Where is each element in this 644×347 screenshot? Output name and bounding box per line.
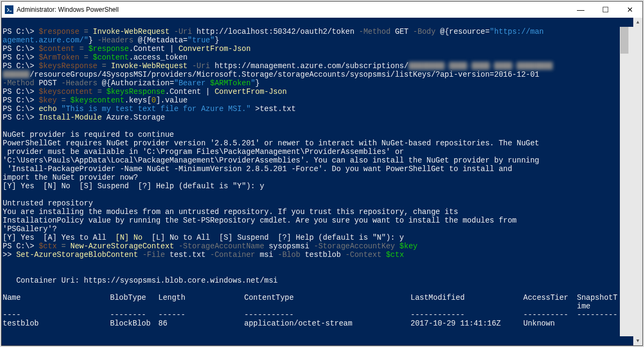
nuget-text: provider must be available in 'C:\Progra… bbox=[3, 147, 404, 156]
nuget-prompt: [Y] Yes [N] No [S] Suspend [?] Help (def… bbox=[3, 182, 264, 190]
untrust-text: 'PSGallery'? bbox=[3, 225, 57, 233]
terminal-line: PS C:\> $content = $response.Content | C… bbox=[3, 45, 251, 53]
terminal-line: PS C:\> $keyscontent = $keysResponse.Con… bbox=[3, 87, 287, 96]
terminal-line: >> Set-AzureStorageBlobContent -File tes… bbox=[3, 250, 404, 259]
nuget-header: NuGet provider is required to continue bbox=[3, 130, 174, 139]
scroll-track[interactable] bbox=[620, 27, 642, 336]
untrust-text: You are installing the modules from an u… bbox=[3, 208, 458, 216]
terminal-line: PS C:\> $key = $keyscontent.keys[0].valu… bbox=[3, 96, 188, 105]
untrust-header: Untrusted repository bbox=[3, 199, 93, 208]
maximize-button[interactable]: ☐ bbox=[593, 2, 618, 18]
terminal-line: PS C:\> $response = Invoke-WebRequest -U… bbox=[3, 27, 544, 36]
terminal-line bbox=[3, 122, 7, 130]
terminal-line bbox=[3, 268, 7, 276]
terminal-line bbox=[3, 328, 7, 336]
minimize-button[interactable]: — bbox=[568, 2, 593, 18]
table-divider: ----------------------------------------… bbox=[3, 311, 618, 319]
redacted-text: ██████ bbox=[3, 70, 30, 79]
terminal-line bbox=[3, 285, 7, 293]
scroll-up-button[interactable]: ▲ bbox=[633, 18, 642, 27]
window-title: Administrator: Windows PowerShell bbox=[17, 6, 568, 13]
table-row: testblobBlockBlob86application/octet-str… bbox=[3, 319, 577, 328]
terminal-line: ██████/resourceGroups/4SysopsMSI/provide… bbox=[3, 70, 539, 79]
terminal-line: PS C:\> echo "This is my test text file … bbox=[3, 105, 296, 113]
scroll-down-button[interactable]: ▼ bbox=[633, 336, 642, 345]
table-header-wrap: ime bbox=[3, 302, 590, 311]
untrust-text: InstallationPolicy value by running the … bbox=[3, 216, 517, 225]
terminal-line bbox=[3, 259, 7, 268]
container-uri: Container Uri: https://sysopsmsi.blob.co… bbox=[3, 276, 278, 285]
titlebar[interactable]: Administrator: Windows PowerShell — ☐ ✕ bbox=[2, 2, 642, 18]
terminal-line bbox=[3, 336, 7, 345]
terminal-line: PS C:\> Install-Module Azure.Storage bbox=[3, 113, 165, 122]
nuget-text: PowerShellGet requires NuGet provider ve… bbox=[3, 139, 539, 147]
close-button[interactable]: ✕ bbox=[618, 2, 642, 18]
nuget-text: import the NuGet provider now? bbox=[3, 173, 138, 182]
scrollbar[interactable]: ▲ ▼ bbox=[633, 18, 642, 345]
terminal-line: PS C:\> $ctx = New-AzureStorageContext -… bbox=[3, 242, 418, 250]
table-header: NameBlobTypeLengthContentTypeLastModifie… bbox=[3, 293, 618, 302]
prompt-line: PS C:\> bbox=[3, 345, 43, 345]
nuget-text: 'Install-PackageProvider -Name NuGet -Mi… bbox=[3, 165, 512, 173]
terminal-line bbox=[3, 190, 7, 199]
redacted-text: ████████-████-████-████-████████ bbox=[408, 62, 553, 70]
untrust-prompt: [Y] Yes [A] Yes to All [N] No [L] No to … bbox=[3, 233, 404, 242]
terminal[interactable]: PS C:\> $response = Invoke-WebRequest -U… bbox=[2, 18, 642, 345]
powershell-icon bbox=[5, 5, 13, 14]
window-controls: — ☐ ✕ bbox=[568, 2, 642, 18]
scroll-thumb[interactable] bbox=[620, 27, 628, 54]
terminal-line: -Method POST -Headers @{Authorization="B… bbox=[3, 79, 260, 87]
terminal-line: PS C:\> $ArmToken = $content.access_toke… bbox=[3, 53, 188, 62]
terminal-line: agement.azure.com/"} -Headers @{Metadata… bbox=[3, 36, 219, 45]
powershell-window: Administrator: Windows PowerShell — ☐ ✕ … bbox=[1, 1, 643, 346]
terminal-line: PS C:\> $keysResponse = Invoke-WebReques… bbox=[3, 62, 553, 70]
nuget-text: 'C:\Users\Pauls\AppData\Local\PackageMan… bbox=[3, 156, 539, 165]
